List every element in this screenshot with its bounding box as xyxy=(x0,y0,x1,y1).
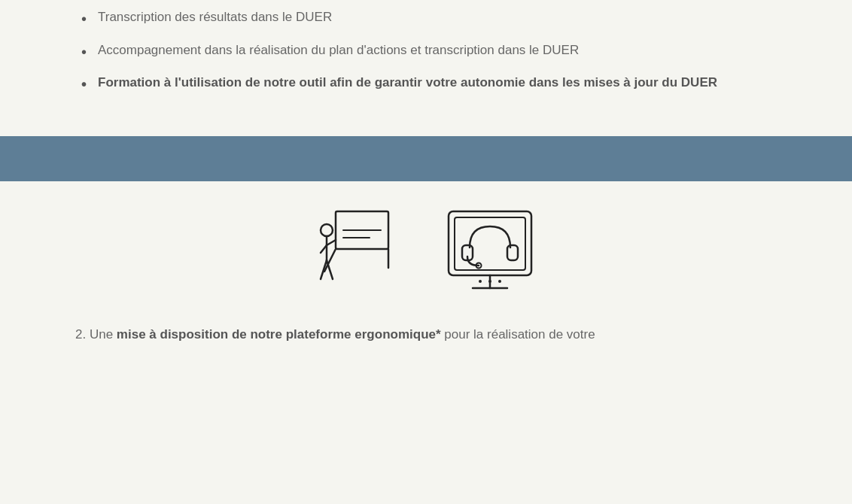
svg-point-5 xyxy=(321,224,333,236)
list-item-text-bold: Formation à l'utilisation de notre outil… xyxy=(98,75,717,90)
trainer-icon-wrapper xyxy=(313,204,396,302)
support-icon xyxy=(441,204,539,302)
top-section: Transcription des résultats dans le DUER… xyxy=(0,0,852,136)
list-item: Transcription des résultats dans le DUER xyxy=(75,8,777,27)
svg-rect-19 xyxy=(507,245,518,260)
svg-point-15 xyxy=(479,280,482,283)
svg-point-16 xyxy=(488,280,491,283)
svg-point-17 xyxy=(498,280,501,283)
bold-text: mise à disposition de notre plateforme e… xyxy=(117,327,441,342)
icons-row xyxy=(75,204,777,302)
divider-band xyxy=(0,136,852,181)
section-number: 2. xyxy=(75,327,86,342)
rest-text: pour la réalisation de votre xyxy=(441,327,595,342)
svg-line-7 xyxy=(327,240,336,245)
svg-rect-11 xyxy=(449,211,531,275)
svg-rect-12 xyxy=(455,217,525,270)
intro-text: Une xyxy=(90,327,117,342)
bottom-section: 2. Une mise à disposition de notre plate… xyxy=(0,181,852,360)
list-item-text: Transcription des résultats dans le DUER xyxy=(98,10,332,24)
support-icon-wrapper xyxy=(441,204,539,302)
bullet-list: Transcription des résultats dans le DUER… xyxy=(75,8,777,93)
list-item: Accompagnement dans la réalisation du pl… xyxy=(75,41,777,60)
trainer-icon xyxy=(313,204,396,302)
bottom-paragraph: 2. Une mise à disposition de notre plate… xyxy=(75,324,777,345)
list-item-bold: Formation à l'utilisation de notre outil… xyxy=(75,73,777,93)
list-item-text: Accompagnement dans la réalisation du pl… xyxy=(98,43,579,57)
